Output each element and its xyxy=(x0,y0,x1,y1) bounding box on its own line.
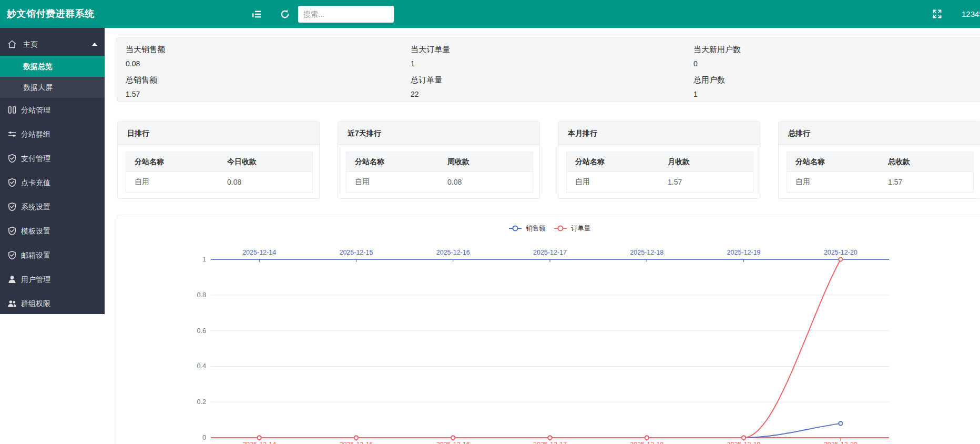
legend-label[interactable]: 销售额 xyxy=(526,225,546,232)
ranking-table-row[interactable]: 自用0.08 xyxy=(346,172,533,192)
bottom-axis-date-label: 2025-12-20 xyxy=(824,441,858,444)
bottom-axis-date-label: 2025-12-14 xyxy=(242,441,276,444)
grid-icon xyxy=(7,105,17,115)
ranking-table-header: 分站名称月收款 xyxy=(567,152,753,172)
stat-label: 总订单量 xyxy=(411,75,442,85)
ranking-table-row[interactable]: 自用1.57 xyxy=(567,172,753,192)
sidebar-item-label: 系统设置 xyxy=(21,203,50,211)
refresh-icon[interactable] xyxy=(280,9,290,19)
site-name-cell: 自用 xyxy=(567,177,668,187)
sidebar-item[interactable]: 邮箱设置 xyxy=(0,243,105,267)
sidebar-item-label: 用户管理 xyxy=(21,275,50,284)
sidebar-nav: 主页 数据总览数据大屏 分站管理分站群组支付管理点卡充值系统设置模板设置邮箱设置… xyxy=(0,28,105,314)
stat-cell: 总订单量22 xyxy=(411,75,442,98)
ranking-table: 分站名称周收款自用0.08 xyxy=(346,152,533,193)
site-name-cell: 自用 xyxy=(787,177,888,187)
site-name-header: 分站名称 xyxy=(567,157,668,167)
ranking-card: 本月排行分站名称月收款自用1.57 xyxy=(558,121,760,199)
site-name-header: 分站名称 xyxy=(346,157,447,167)
ranking-card: 日排行分站名称今日收款自用0.08 xyxy=(117,121,320,199)
ranking-card: 总排行分站名称总收款自用1.57 xyxy=(778,121,980,199)
sidebar-item[interactable]: 系统设置 xyxy=(0,195,105,219)
bottom-axis-date-label: 2025-12-18 xyxy=(630,441,663,444)
stat-cell: 总用户数1 xyxy=(693,75,725,98)
stat-value: 1 xyxy=(411,59,450,68)
series-line-订单量 xyxy=(259,259,841,438)
amount-cell: 0.08 xyxy=(447,178,533,186)
bottom-axis-date-label: 2025-12-17 xyxy=(533,441,567,444)
ranking-card-title: 日排行 xyxy=(118,122,319,145)
sidebar-items: 分站管理分站群组支付管理点卡充值系统设置模板设置邮箱设置用户管理群组权限 xyxy=(0,98,105,316)
top-axis-date-label: 2025-12-18 xyxy=(630,249,663,256)
sales-orders-line-chart[interactable]: 00.20.40.60.812025-12-142025-12-142025-1… xyxy=(117,215,980,444)
sidebar-subitem-active[interactable]: 数据总览 xyxy=(0,56,105,77)
data-point-订单量[interactable] xyxy=(354,436,358,439)
search-input[interactable] xyxy=(298,6,394,23)
stat-value: 22 xyxy=(411,90,442,98)
sidebar-item-label: 点卡充值 xyxy=(21,178,50,187)
amount-cell: 0.08 xyxy=(227,178,312,186)
sidebar-item-label: 分站群组 xyxy=(21,130,50,138)
data-point-销售额[interactable] xyxy=(839,421,842,425)
sidebar-item[interactable]: 模板设置 xyxy=(0,219,105,243)
top-axis-date-label: 2025-12-14 xyxy=(242,249,276,256)
y-axis-tick-label: 0 xyxy=(202,434,206,441)
sidebar-item-label: 支付管理 xyxy=(21,154,50,163)
stat-label: 总用户数 xyxy=(693,75,725,85)
data-point-订单量[interactable] xyxy=(451,436,455,439)
legend-marker-circle[interactable] xyxy=(513,226,518,231)
sidebar-subitem-inactive[interactable]: 数据大屏 xyxy=(0,77,105,98)
legend-marker-circle[interactable] xyxy=(558,226,563,231)
ranking-table-row[interactable]: 自用0.08 xyxy=(126,172,312,192)
fullscreen-icon[interactable] xyxy=(933,9,943,20)
shield-check-icon xyxy=(7,154,17,163)
stat-value: 0.08 xyxy=(126,59,165,68)
stat-label: 当天新用户数 xyxy=(693,45,741,55)
ranking-table-header: 分站名称周收款 xyxy=(346,152,533,172)
sidebar-item[interactable]: 群组权限 xyxy=(0,291,105,316)
data-point-订单量[interactable] xyxy=(548,436,552,439)
sidebar-item[interactable]: 支付管理 xyxy=(0,146,105,170)
data-point-订单量[interactable] xyxy=(258,436,261,439)
amount-header: 周收款 xyxy=(447,157,533,167)
sidebar-item[interactable]: 点卡充值 xyxy=(0,170,105,195)
y-axis-tick-label: 0.2 xyxy=(197,398,206,406)
collapse-menu-icon[interactable] xyxy=(251,9,262,19)
legend-label[interactable]: 订单量 xyxy=(571,225,591,232)
y-axis-tick-label: 0.4 xyxy=(197,362,206,370)
sidebar-item-label: 主页 xyxy=(23,40,38,48)
bottom-axis-date-label: 2025-12-15 xyxy=(339,441,373,444)
ranking-table-row[interactable]: 自用1.57 xyxy=(787,172,973,192)
app-title: 妙文馆付费进群系统 xyxy=(7,0,95,28)
current-user[interactable]: 12345 xyxy=(962,0,980,28)
sidebar-item[interactable]: 用户管理 xyxy=(0,267,105,291)
amount-header: 总收款 xyxy=(888,157,973,167)
sidebar-item[interactable]: 分站群组 xyxy=(0,122,105,146)
sidebar-item-label: 模板设置 xyxy=(21,227,50,235)
sidebar-item-label: 分站管理 xyxy=(21,106,50,114)
top-axis-date-label: 2025-12-16 xyxy=(436,249,470,256)
chevron-up-icon xyxy=(92,43,97,46)
stat-cell: 当天订单量1 xyxy=(411,45,450,68)
ranking-card: 近7天排行分站名称周收款自用0.08 xyxy=(338,121,540,199)
data-point-订单量[interactable] xyxy=(645,436,649,439)
top-axis-date-label: 2025-12-19 xyxy=(727,249,761,256)
ranking-card-title: 总排行 xyxy=(779,122,980,145)
ranking-card-title: 本月排行 xyxy=(558,122,760,145)
top-axis-date-label: 2025-12-17 xyxy=(533,249,567,256)
data-point-订单量[interactable] xyxy=(839,257,842,261)
sidebar-item-home[interactable]: 主页 xyxy=(0,33,105,56)
sidebar-item[interactable]: 分站管理 xyxy=(0,98,105,122)
amount-cell: 1.57 xyxy=(888,178,973,186)
ranking-table: 分站名称总收款自用1.57 xyxy=(787,152,974,193)
stat-cell: 总销售额1.57 xyxy=(126,75,157,98)
shield-check-icon xyxy=(7,250,17,260)
stat-cell: 当天新用户数0 xyxy=(693,45,741,68)
stat-label: 当天销售额 xyxy=(126,45,165,55)
stat-label: 当天订单量 xyxy=(411,45,450,55)
ranking-table-header: 分站名称总收款 xyxy=(787,152,973,172)
stat-value: 0 xyxy=(693,59,741,68)
data-point-订单量[interactable] xyxy=(742,436,746,439)
y-axis-tick-label: 0.6 xyxy=(197,327,206,335)
users-icon xyxy=(7,299,17,308)
